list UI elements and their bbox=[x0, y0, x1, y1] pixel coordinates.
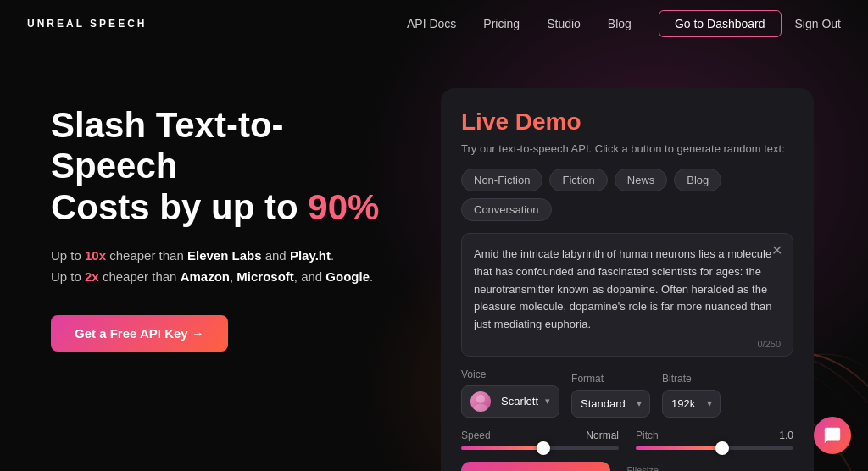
hero-section: Slash Text-to-Speech Costs by up to 90% … bbox=[51, 88, 407, 352]
bitrate-select[interactable]: 192k 128k 64k 320k bbox=[662, 390, 721, 418]
sliders-row: Speed Normal Pitch 1.0 bbox=[461, 429, 793, 450]
api-key-button[interactable]: Get a Free API Key → bbox=[51, 315, 228, 352]
format-label: Format bbox=[571, 373, 650, 385]
voice-select[interactable]: Scarlett ▾ bbox=[461, 385, 559, 418]
hero-title: Slash Text-to-Speech Costs by up to 90% bbox=[51, 105, 407, 228]
main-content: Slash Text-to-Speech Costs by up to 90% … bbox=[0, 47, 868, 471]
controls-row: Voice Scarlett ▾ Format Standard MP3 WAV bbox=[461, 368, 793, 418]
close-icon[interactable]: ✕ bbox=[771, 242, 782, 258]
text-input-box: Amid the intricate labyrinth of human ne… bbox=[461, 233, 793, 357]
bitrate-label: Bitrate bbox=[662, 373, 721, 385]
nav-blog[interactable]: Blog bbox=[608, 17, 632, 30]
pitch-track[interactable] bbox=[636, 446, 793, 450]
char-count: 0/250 bbox=[474, 339, 781, 349]
voice-control: Voice Scarlett ▾ bbox=[461, 368, 559, 418]
pitch-label: Pitch bbox=[636, 429, 659, 441]
format-select[interactable]: Standard MP3 WAV bbox=[571, 390, 650, 418]
nav-links: API Docs Pricing Studio Blog bbox=[407, 17, 632, 30]
speed-label: Speed bbox=[461, 429, 491, 441]
voice-chevron-icon: ▾ bbox=[545, 396, 550, 407]
pill-fiction[interactable]: Fiction bbox=[549, 169, 607, 191]
speed-value: Normal bbox=[586, 429, 619, 441]
nav-pricing[interactable]: Pricing bbox=[483, 17, 520, 30]
demo-subtitle: Try our text-to-speech API. Click a butt… bbox=[461, 142, 793, 155]
bitrate-select-wrap: 192k 128k 64k 320k bbox=[662, 390, 721, 418]
navbar: UNREAL SPEECH API Docs Pricing Studio Bl… bbox=[0, 0, 868, 47]
format-control: Format Standard MP3 WAV bbox=[571, 373, 650, 418]
dashboard-button[interactable]: Go to Dashboard bbox=[659, 10, 782, 37]
voice-avatar bbox=[470, 391, 491, 412]
chat-bubble-button[interactable] bbox=[814, 417, 851, 454]
synthesize-button[interactable]: Synthesize ▶ bbox=[461, 462, 610, 471]
pill-news[interactable]: News bbox=[615, 169, 668, 191]
filesize-group: Filesize 0 kb bbox=[627, 465, 659, 471]
pill-conversation[interactable]: Conversation bbox=[461, 198, 552, 221]
pitch-thumb[interactable] bbox=[715, 441, 729, 455]
pill-non-fiction[interactable]: Non-Fiction bbox=[461, 169, 542, 191]
demo-panel: Live Demo Try our text-to-speech API. Cl… bbox=[441, 88, 814, 471]
svg-point-0 bbox=[476, 395, 485, 403]
pitch-fill bbox=[636, 446, 722, 450]
voice-label: Voice bbox=[461, 368, 559, 380]
demo-title: Live Demo bbox=[461, 108, 793, 136]
voice-name: Scarlett bbox=[501, 395, 538, 407]
hero-subtitle: Up to 10x cheaper than Eleven Labs and P… bbox=[51, 245, 407, 288]
nav-studio[interactable]: Studio bbox=[547, 17, 581, 30]
pitch-slider-group: Pitch 1.0 bbox=[636, 429, 793, 450]
pitch-value: 1.0 bbox=[779, 429, 793, 441]
text-content[interactable]: Amid the intricate labyrinth of human ne… bbox=[474, 246, 781, 334]
bottom-row: Synthesize ▶ Filesize 0 kb bbox=[461, 462, 793, 471]
filesize-label: Filesize bbox=[627, 465, 659, 471]
svg-point-1 bbox=[474, 404, 487, 412]
format-select-wrap: Standard MP3 WAV bbox=[571, 390, 650, 418]
speed-thumb[interactable] bbox=[537, 441, 550, 455]
speed-fill bbox=[461, 446, 543, 450]
signout-button[interactable]: Sign Out bbox=[795, 17, 841, 30]
nav-api-docs[interactable]: API Docs bbox=[407, 17, 456, 30]
speed-track[interactable] bbox=[461, 446, 619, 450]
brand-logo: UNREAL SPEECH bbox=[27, 18, 147, 30]
pill-blog[interactable]: Blog bbox=[674, 169, 721, 191]
bitrate-control: Bitrate 192k 128k 64k 320k bbox=[662, 373, 721, 418]
category-pills: Non-Fiction Fiction News Blog Conversati… bbox=[461, 169, 793, 221]
speed-slider-group: Speed Normal bbox=[461, 429, 619, 450]
